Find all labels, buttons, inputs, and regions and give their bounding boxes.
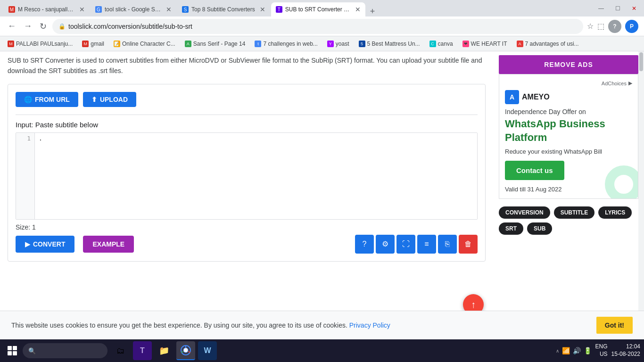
tag-lyrics[interactable]: LYRICS — [598, 206, 632, 219]
upload-icon: ⬆ — [91, 96, 97, 103]
battery-icon: 🔋 — [584, 347, 592, 354]
main-area: SUB to SRT Converter is used to convert … — [0, 51, 493, 315]
refresh-button[interactable]: ↻ — [38, 19, 49, 33]
contact-us-button[interactable]: Contact us — [505, 161, 564, 180]
addressbar: ← → ↻ 🔒 toolslick.com/conversion/subtitl… — [0, 16, 644, 36]
left-buttons: ▶ CONVERT EXAMPLE — [16, 236, 134, 253]
help-button[interactable]: ? — [355, 235, 374, 254]
bookmark-icon-canva: C — [429, 41, 436, 47]
bookmark-icon[interactable]: ☆ — [587, 22, 594, 31]
bookmark-yoast[interactable]: Y yoast — [323, 39, 353, 49]
cookie-bar: This website uses cookies to ensure you … — [0, 311, 644, 339]
got-it-button[interactable]: Got it! — [596, 317, 633, 334]
ad-choices-text: AdChoices — [602, 81, 627, 86]
bottom-row: ▶ CONVERT EXAMPLE ? ⚙ ⛶ ≡ ⎘ 🗑 — [16, 235, 478, 254]
back-button[interactable]: ← — [6, 19, 18, 33]
bookmark-icon-whi: ❤ — [462, 41, 469, 47]
new-tab-button[interactable]: + — [366, 7, 379, 16]
bookmark-label-canva: canva — [438, 41, 453, 47]
maximize-button[interactable]: ☐ — [611, 3, 624, 14]
upload-button[interactable]: ⬆ UPLOAD — [83, 92, 136, 107]
tab-google[interactable]: G tool slick - Google Search ✕ — [91, 2, 176, 16]
ameyo-text: AMEYO — [522, 93, 550, 101]
tab-close-google[interactable]: ✕ — [166, 6, 172, 13]
bookmark-icon-yoast: Y — [327, 41, 334, 47]
bookmark-icon-mattress: 5 — [359, 41, 365, 47]
taskbar-files[interactable]: 🗂 — [111, 341, 130, 360]
win-sq-2 — [13, 346, 17, 350]
avatar[interactable]: ? — [608, 20, 621, 33]
bookmark-label-whi: WE HEART IT — [471, 41, 507, 47]
forward-button[interactable]: → — [22, 19, 34, 33]
cast-icon[interactable]: ⬚ — [597, 22, 604, 31]
play-icon: ▶ — [25, 240, 30, 248]
bookmark-whi[interactable]: ❤ WE HEART IT — [459, 39, 511, 49]
ameyo-logo: A AMEYO — [505, 90, 632, 104]
bookmark-challenges[interactable]: t 7 challenges in web... — [251, 39, 321, 49]
delete-button[interactable]: 🗑 — [459, 235, 478, 254]
tag-subtitle[interactable]: SUBTITLE — [554, 206, 595, 219]
date-display: 12:04 15-08-2022 — [611, 343, 640, 358]
close-button[interactable]: ✕ — [628, 3, 640, 14]
teams-icon: T — [140, 346, 145, 355]
bookmark-icon-challenges: t — [255, 41, 261, 47]
start-button[interactable] — [4, 342, 21, 359]
tab-favicon-toolslick: T — [276, 6, 282, 13]
tab-subtitle[interactable]: S Top 8 Subtitle Converters ✕ — [177, 2, 270, 16]
search-icon: 🔍 — [28, 347, 36, 354]
copy-button[interactable]: ⎘ — [438, 235, 457, 254]
taskbar-word[interactable]: W — [198, 341, 217, 360]
taskbar-search[interactable]: 🔍 — [23, 343, 107, 358]
ad-title-line2: Platform — [505, 131, 632, 145]
textarea-wrapper: 1 . — [16, 132, 478, 220]
scrollbar[interactable] — [638, 51, 644, 315]
tab-close-gmail[interactable]: ✕ — [79, 6, 85, 13]
bookmark-icon-sans-serif: A — [185, 41, 191, 47]
settings-button[interactable]: ⚙ — [376, 235, 395, 254]
profile-icon[interactable]: P — [625, 20, 638, 33]
convert-button[interactable]: ▶ CONVERT — [16, 236, 74, 253]
taskbar-chrome[interactable] — [176, 341, 195, 360]
taskbar-chat[interactable]: T — [133, 341, 152, 360]
tag-srt[interactable]: SRT — [499, 222, 523, 235]
bookmark-advantages[interactable]: A 7 advantages of usi... — [513, 39, 583, 49]
scrollbar-thumb[interactable] — [639, 52, 643, 71]
tab-close-toolslick[interactable]: ✕ — [355, 6, 361, 13]
url-bar[interactable]: 🔒 toolslick.com/conversion/subtitle/sub-… — [52, 19, 583, 34]
ameyo-icon: A — [505, 90, 519, 104]
convert-label: CONVERT — [33, 240, 65, 248]
tray-arrow[interactable]: ∧ — [556, 348, 559, 354]
tag-conversion[interactable]: CONVERSION — [499, 206, 550, 219]
tab-gmail[interactable]: M M Resco - sanjupallabipaul@gmai... ✕ — [4, 2, 90, 16]
subtitle-textarea[interactable]: . — [35, 133, 477, 219]
bookmark-mattress[interactable]: 5 5 Best Mattress Un... — [355, 39, 424, 49]
tab-close-subtitle[interactable]: ✕ — [260, 6, 265, 13]
lines-button[interactable]: ≡ — [417, 235, 436, 254]
bookmark-sans-serif[interactable]: A Sans Serif - Page 14 — [181, 39, 249, 49]
remove-ads-button[interactable]: REMOVE ADS — [499, 55, 638, 74]
bookmark-label-sans-serif: Sans Serif - Page 14 — [193, 41, 246, 47]
minimize-button[interactable]: — — [594, 3, 608, 14]
bookmark-gmail[interactable]: M gmail — [78, 39, 108, 49]
bookmark-label-pallabi: PALLABI PAULsanju... — [16, 41, 73, 47]
line-numbers: 1 — [16, 133, 35, 219]
bookmark-pallabi[interactable]: M PALLABI PAULsanju... — [4, 39, 76, 49]
bookmarks-bar: M PALLABI PAULsanju... M gmail 📝 Online … — [0, 36, 644, 51]
svg-point-1 — [183, 348, 188, 353]
window-controls: — ☐ ✕ — [594, 3, 640, 14]
expand-button[interactable]: ⛶ — [396, 235, 415, 254]
action-icons: ? ⚙ ⛶ ≡ ⎘ 🗑 — [355, 235, 478, 254]
bookmark-canva[interactable]: C canva — [426, 39, 457, 49]
from-url-button[interactable]: 🌐 FROM URL — [16, 92, 78, 107]
browser-content: SUB to SRT Converter is used to convert … — [0, 51, 644, 315]
chrome-icon — [181, 345, 191, 355]
bookmark-character[interactable]: 📝 Online Character C... — [110, 39, 179, 49]
privacy-policy-link[interactable]: Privacy Policy — [349, 321, 390, 329]
volume-icon: 🔊 — [573, 347, 581, 354]
taskbar-explorer[interactable]: 📁 — [155, 341, 173, 360]
ad-title-line1: WhatsApp Business — [505, 117, 632, 131]
tab-toolslick[interactable]: T SUB to SRT Converter - Tool Slick ✕ — [271, 2, 365, 16]
example-button[interactable]: EXAMPLE — [83, 236, 134, 253]
tags-section: CONVERSION SUBTITLE LYRICS SRT SUB — [499, 206, 638, 235]
tag-sub[interactable]: SUB — [527, 222, 552, 235]
